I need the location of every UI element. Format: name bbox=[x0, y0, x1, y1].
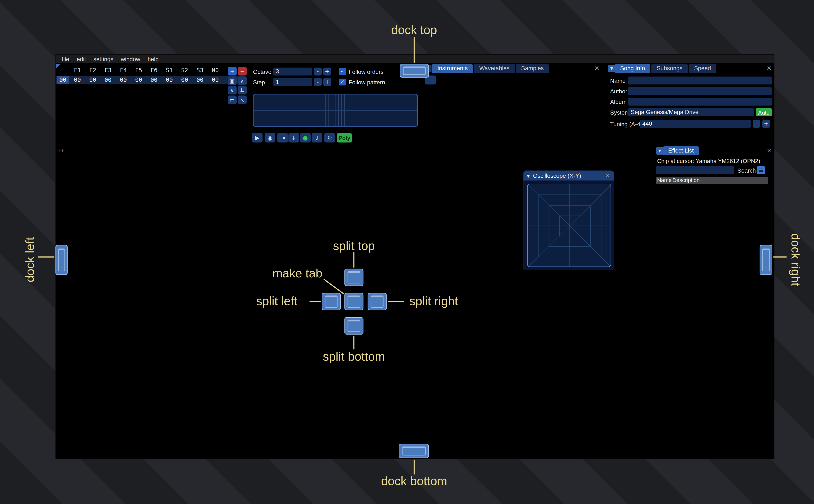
menu-item-settings[interactable]: settings bbox=[90, 55, 117, 63]
piano-widget[interactable] bbox=[253, 94, 418, 127]
tab-wavetables[interactable]: Wavetables bbox=[474, 64, 515, 73]
name-label: Name bbox=[610, 78, 626, 84]
menu-item-edit[interactable]: edit bbox=[73, 55, 90, 63]
close-icon[interactable]: × bbox=[593, 64, 601, 72]
step-row-button[interactable]: ↓ bbox=[288, 133, 299, 143]
follow-orders-checkbox[interactable]: ✓ bbox=[339, 68, 346, 75]
order-cell[interactable]: 00 bbox=[131, 76, 146, 84]
play-pattern-button[interactable]: ◉ bbox=[265, 133, 275, 143]
remove-order-button[interactable]: − bbox=[238, 67, 247, 76]
tab-effect-list[interactable]: Effect List bbox=[663, 146, 699, 155]
check-icon: ✓ bbox=[341, 79, 345, 85]
dock-top-target[interactable] bbox=[400, 64, 429, 78]
order-cell[interactable]: 00 bbox=[207, 76, 223, 84]
window-menu-button[interactable]: ▼ bbox=[656, 147, 663, 155]
auto-system-button[interactable]: Auto bbox=[756, 108, 772, 116]
name-field[interactable] bbox=[628, 76, 772, 84]
description-column-header: Description bbox=[672, 177, 768, 184]
search-input[interactable] bbox=[656, 166, 734, 174]
repeat-button[interactable]: ↻ bbox=[324, 133, 335, 143]
close-icon[interactable]: × bbox=[604, 172, 611, 179]
order-cell[interactable]: 00 bbox=[100, 76, 116, 84]
edit-toggle-button[interactable]: ● bbox=[300, 133, 310, 143]
split-top-target[interactable] bbox=[344, 269, 363, 286]
tab-song-info[interactable]: Song Info bbox=[615, 64, 650, 73]
split-bottom-target[interactable] bbox=[344, 317, 363, 335]
author-label: Author bbox=[610, 88, 627, 94]
order-column-f6: F6 bbox=[146, 67, 162, 74]
step-input[interactable]: 1 bbox=[273, 78, 312, 86]
order-row-index[interactable]: 00 bbox=[57, 76, 69, 84]
order-cell[interactable]: 00 bbox=[162, 76, 177, 84]
dock-right-target[interactable] bbox=[760, 245, 772, 275]
order-change-mode-button[interactable]: ⇄ bbox=[228, 96, 237, 104]
play-from-cursor-button[interactable]: ⇥ bbox=[277, 133, 288, 143]
order-cell[interactable]: 00 bbox=[85, 76, 100, 84]
make-tab-target[interactable] bbox=[344, 293, 363, 310]
dock-bottom-label: dock bottom bbox=[381, 474, 447, 488]
tab-subsongs[interactable]: Subsongs bbox=[651, 64, 688, 73]
order-cell[interactable]: 00 bbox=[146, 76, 162, 84]
tracker-window: fileeditsettingswindowhelp F1F2F3F4F5F6S… bbox=[55, 54, 774, 459]
oscilloscope-grid bbox=[528, 184, 611, 267]
move-order-down-button[interactable]: ∨ bbox=[228, 86, 237, 95]
effect-list-menu-button[interactable]: ≡ bbox=[757, 166, 765, 174]
order-edit-mode-button[interactable]: ↖ bbox=[238, 96, 247, 104]
order-cell[interactable]: 00 bbox=[177, 76, 192, 84]
split-left-target[interactable] bbox=[322, 293, 341, 310]
tuning-plus-button[interactable]: + bbox=[762, 120, 770, 128]
add-order-button[interactable]: + bbox=[228, 67, 237, 76]
order-cell[interactable]: 00 bbox=[116, 76, 131, 84]
oscilloscope-window[interactable]: ▼ Oscilloscope (X-Y) × bbox=[523, 170, 614, 270]
playback-controls-panel: Octave 3 - + ✓ Follow orders Step 1 - + … bbox=[250, 64, 424, 145]
dock-left-target[interactable] bbox=[55, 245, 68, 275]
move-order-up-button[interactable]: ∧ bbox=[238, 76, 247, 85]
chevron-down-icon[interactable]: ▼ bbox=[527, 174, 530, 179]
window-menu-button[interactable]: ▼ bbox=[608, 65, 615, 72]
dock-left-label: dock left bbox=[23, 237, 37, 282]
tuning-minus-button[interactable]: - bbox=[753, 120, 760, 128]
order-column-f3: F3 bbox=[100, 67, 116, 74]
order-column-f2: F2 bbox=[85, 67, 100, 74]
order-row[interactable]: 00 00000000000000000000 bbox=[56, 76, 246, 84]
order-buttons: +−▣∧∨⇊⇄↖ bbox=[228, 67, 247, 104]
metronome-button[interactable]: ♩ bbox=[312, 133, 322, 143]
dock-top-label: dock top bbox=[391, 23, 437, 37]
octave-plus-button[interactable]: + bbox=[323, 68, 331, 76]
step-minus-button[interactable]: - bbox=[314, 78, 322, 86]
tuning-input[interactable]: 440 bbox=[640, 120, 751, 128]
menu-item-file[interactable]: file bbox=[58, 55, 73, 63]
window-corner-marker bbox=[56, 64, 61, 69]
dock-bottom-target[interactable] bbox=[399, 444, 429, 458]
orders-panel: F1F2F3F4F5F6S1S2S3N0 00 0000000000000000… bbox=[56, 64, 247, 145]
author-field[interactable] bbox=[628, 87, 772, 95]
play-button[interactable]: ▶ bbox=[252, 133, 262, 143]
order-column-n0: N0 bbox=[207, 67, 223, 74]
octave-input[interactable]: 3 bbox=[273, 68, 312, 76]
oscilloscope-title-bar[interactable]: ▼ Oscilloscope (X-Y) × bbox=[524, 171, 614, 181]
album-field[interactable] bbox=[628, 98, 772, 106]
order-cell[interactable]: 00 bbox=[70, 76, 85, 84]
split-right-target[interactable] bbox=[368, 293, 387, 310]
tab-speed[interactable]: Speed bbox=[689, 64, 716, 73]
tab-instruments[interactable]: Instruments bbox=[432, 64, 473, 73]
dock-right-label: dock right bbox=[788, 233, 803, 286]
step-plus-button[interactable]: + bbox=[323, 78, 331, 86]
follow-pattern-checkbox[interactable]: ✓ bbox=[339, 79, 346, 85]
system-field[interactable]: Sega Genesis/Mega Drive bbox=[628, 108, 754, 116]
menu-item-help[interactable]: help bbox=[144, 55, 162, 63]
order-column-s3: S3 bbox=[192, 67, 207, 74]
step-label: Step bbox=[253, 79, 265, 85]
close-icon[interactable]: × bbox=[765, 147, 773, 154]
tab-samples[interactable]: Samples bbox=[516, 64, 549, 73]
close-icon[interactable]: × bbox=[765, 64, 773, 72]
duplicate-order-button[interactable]: ▣ bbox=[228, 76, 237, 85]
order-column-f5: F5 bbox=[131, 67, 146, 74]
poly-button[interactable]: Poly bbox=[337, 133, 352, 143]
octave-label: Octave bbox=[253, 69, 271, 75]
menu-item-window[interactable]: window bbox=[117, 55, 144, 63]
album-label: Album bbox=[610, 99, 627, 105]
duplicate-order-end-button[interactable]: ⇊ bbox=[238, 86, 247, 95]
octave-minus-button[interactable]: - bbox=[314, 68, 322, 76]
order-cell[interactable]: 00 bbox=[192, 76, 207, 84]
